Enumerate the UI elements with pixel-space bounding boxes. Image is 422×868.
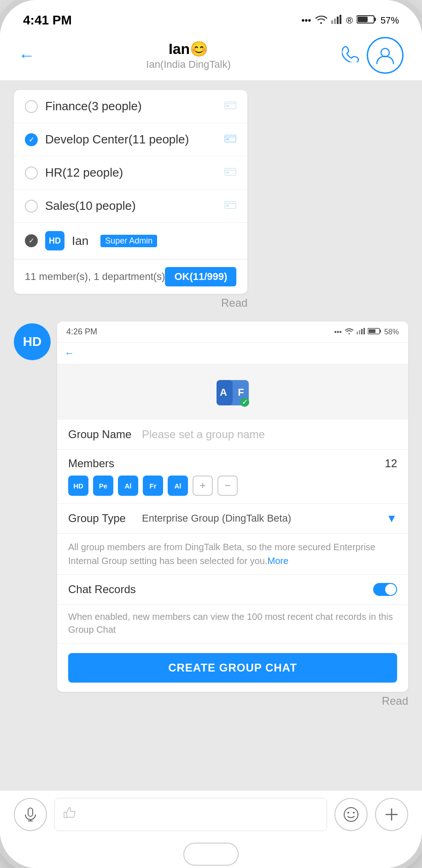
svg-rect-32	[64, 812, 67, 818]
chat-records-row: Chat Records	[57, 575, 408, 605]
dept-list: Finance(3 people) Develop Center(11 peop…	[14, 90, 247, 259]
group-type-row[interactable]: Group Type Enterprise Group (DingTalk Be…	[57, 504, 408, 534]
dept-develop[interactable]: Develop Center(11 people)	[14, 123, 247, 156]
svg-rect-1	[334, 18, 336, 24]
group-create-card: 4:26 PM ••• 58%	[57, 321, 408, 692]
chat-subtitle: Ian(India DingTalk)	[146, 59, 230, 71]
svg-rect-22	[369, 329, 375, 333]
bottom-bar	[0, 790, 422, 840]
inner-time: 4:26 PM	[66, 327, 97, 337]
radio-finance[interactable]	[25, 100, 38, 113]
inner-wifi	[345, 328, 354, 336]
svg-rect-0	[331, 20, 333, 24]
dept-develop-icon	[224, 132, 236, 147]
svg-point-7	[381, 48, 389, 57]
svg-rect-11	[226, 138, 229, 140]
dept-sales-name: Sales(10 people)	[45, 199, 217, 213]
dept-sales[interactable]: Sales(10 people)	[14, 190, 247, 223]
chat-records-toggle[interactable]	[373, 583, 397, 596]
dept-hr[interactable]: HR(12 people)	[14, 156, 247, 190]
dept-hr-name: HR(12 people)	[45, 166, 217, 180]
selection-count: 11 member(s), 1 department(s)	[25, 271, 165, 283]
radio-develop[interactable]	[25, 133, 38, 146]
home-bar[interactable]	[183, 843, 239, 866]
user-ian-check	[25, 234, 38, 247]
svg-point-35	[353, 812, 355, 814]
inner-back-button[interactable]: ←	[64, 347, 75, 359]
radio-hr[interactable]	[25, 166, 38, 179]
read-label-2: Read	[57, 692, 408, 710]
svg-point-34	[347, 812, 349, 814]
svg-rect-2	[337, 17, 339, 24]
message-input[interactable]	[54, 798, 327, 831]
back-button[interactable]: ←	[18, 46, 35, 65]
svg-text:A: A	[220, 386, 227, 398]
message-group-create: HD 4:26 PM •••	[14, 321, 408, 710]
dept-finance-name: Finance(3 people)	[45, 99, 217, 113]
group-type-info: All group members are from DingTalk Beta…	[57, 534, 408, 575]
home-indicator	[0, 840, 422, 868]
svg-text:✓: ✓	[242, 398, 248, 406]
svg-rect-5	[374, 18, 376, 21]
like-icon	[62, 805, 79, 825]
inner-signal	[357, 328, 365, 336]
wifi-icon	[315, 15, 328, 26]
group-name-row[interactable]: Group Name Please set a group name	[57, 420, 408, 450]
profile-avatar[interactable]	[367, 37, 404, 74]
ok-button[interactable]: OK(11/999)	[165, 267, 236, 286]
members-row: Members 12 HD Pe Al Fr Al + −	[57, 450, 408, 504]
mic-button[interactable]	[14, 798, 47, 831]
svg-rect-6	[358, 17, 368, 22]
inner-battery-pct: 58%	[384, 328, 399, 336]
dept-sales-icon	[224, 199, 236, 213]
svg-rect-16	[357, 332, 358, 334]
svg-point-33	[344, 808, 358, 821]
phone-frame: 4:41 PM ••• ® 57% ← Ian😊 Ian(India DingT…	[0, 0, 422, 868]
call-button[interactable]	[342, 45, 359, 66]
chat-content: Finance(3 people) Develop Center(11 peop…	[0, 81, 422, 790]
group-icon-area: A F ✓	[57, 364, 408, 420]
dots-icon: •••	[301, 15, 311, 26]
plus-button[interactable]	[375, 798, 408, 831]
member-hd: HD	[68, 476, 88, 496]
group-type-label: Group Type	[68, 512, 142, 525]
svg-rect-18	[361, 329, 363, 334]
inner-status-bar: 4:26 PM ••• 58%	[57, 321, 408, 343]
inner-battery	[368, 328, 381, 336]
chat-records-label: Chat Records	[68, 583, 373, 596]
hd-avatar: HD	[14, 323, 51, 360]
svg-rect-3	[340, 15, 341, 24]
dept-select-card: Finance(3 people) Develop Center(11 peop…	[14, 90, 247, 294]
svg-rect-9	[226, 105, 229, 107]
svg-text:F: F	[238, 386, 244, 398]
status-bar: 4:41 PM ••• ® 57%	[0, 0, 422, 32]
dept-card-footer: 11 member(s), 1 department(s) OK(11/999)	[14, 259, 247, 294]
svg-rect-13	[226, 172, 229, 173]
svg-rect-21	[380, 330, 381, 333]
radio-sales[interactable]	[25, 200, 38, 213]
group-type-value: Enterprise Group (DingTalk Beta)	[142, 512, 386, 524]
group-icon: A F ✓	[214, 375, 251, 412]
chat-title: Ian😊	[146, 40, 230, 58]
dept-finance[interactable]: Finance(3 people)	[14, 90, 247, 123]
members-label: Members	[68, 457, 142, 470]
add-member-button[interactable]: +	[193, 476, 213, 496]
member-al: Al	[118, 476, 138, 496]
svg-rect-17	[359, 330, 360, 334]
inner-dots: •••	[334, 328, 342, 336]
header-center: Ian😊 Ian(India DingTalk)	[146, 40, 230, 71]
svg-rect-19	[363, 328, 365, 334]
status-icons: ••• ® 57%	[301, 15, 399, 26]
user-ian-name: Ian	[72, 234, 88, 248]
dept-develop-name: Develop Center(11 people)	[45, 132, 217, 147]
group-type-arrow: ▼	[386, 512, 397, 525]
super-admin-badge: Super Admin	[100, 235, 157, 247]
status-time: 4:41 PM	[23, 13, 72, 28]
member-pe: Pe	[93, 476, 113, 496]
more-link[interactable]: More	[268, 556, 289, 566]
emoji-button[interactable]	[334, 798, 368, 831]
group-name-input[interactable]: Please set a group name	[142, 428, 397, 441]
remove-member-button[interactable]: −	[217, 476, 238, 496]
create-group-button[interactable]: CREATE GROUP CHAT	[68, 653, 397, 683]
message-dept-select: Finance(3 people) Develop Center(11 peop…	[14, 90, 247, 312]
